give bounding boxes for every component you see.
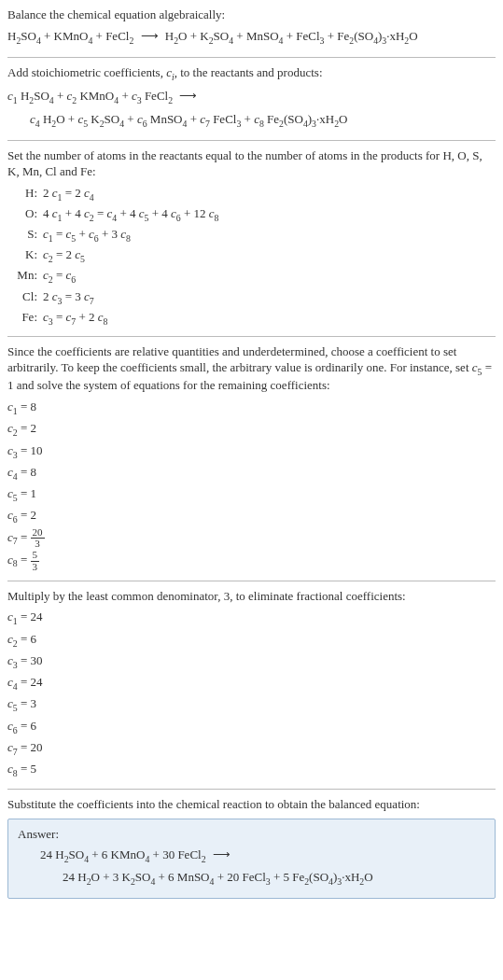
coeff-line: c4 = 8 xyxy=(7,463,496,483)
atom-row: H: 2 c1 = 2 c4 xyxy=(7,184,496,204)
atom-eq: c2 = 2 c5 xyxy=(43,245,496,266)
coeff-equation-line1: c1 H2SO4 + c2 KMnO4 + c3 FeCl2 ⟶ xyxy=(7,87,496,107)
atom-label: K: xyxy=(7,245,43,266)
atom-eq: c3 = c7 + 2 c8 xyxy=(43,308,496,329)
answer-box: Answer: 24 H2SO4 + 6 KMnO4 + 30 FeCl2 ⟶ … xyxy=(7,819,496,899)
balanced-equation-line1: 24 H2SO4 + 6 KMnO4 + 30 FeCl2 ⟶ xyxy=(18,846,485,866)
coeff-equation-line2: c4 H2O + c5 K2SO4 + c6 MnSO4 + c7 FeCl3 … xyxy=(7,110,496,131)
substitute-title: Substitute the coefficients into the che… xyxy=(7,797,496,813)
coeff-line: c1 = 8 xyxy=(7,398,496,418)
section-add-coefficients: Add stoichiometric coefficients, ci, to … xyxy=(7,65,496,141)
atom-row: K: c2 = 2 c5 xyxy=(7,245,496,266)
coeff-line: c3 = 30 xyxy=(7,651,496,672)
section-atom-equations: Set the number of atoms in the reactants… xyxy=(7,148,496,337)
atom-eq: 2 c3 = 3 c7 xyxy=(43,287,496,308)
section-multiply-lcd: Multiply by the least common denominator… xyxy=(7,589,496,791)
solve-title: Since the coefficients are relative quan… xyxy=(7,344,496,394)
coeff-line: c2 = 2 xyxy=(7,419,496,440)
coeff-line: c6 = 6 xyxy=(7,717,496,737)
coeff-line: c8 = 5 xyxy=(7,760,496,780)
atom-row: Cl: 2 c3 = 3 c7 xyxy=(7,287,496,308)
section-solve-arbitrary: Since the coefficients are relative quan… xyxy=(7,344,496,581)
coeff-line: c7 = 20 xyxy=(7,738,496,759)
answer-label: Answer: xyxy=(18,827,485,842)
coeff-line: c5 = 3 xyxy=(7,694,496,715)
coeff-line: c6 = 2 xyxy=(7,506,496,526)
atom-label: S: xyxy=(7,225,43,245)
coeff-line: c3 = 10 xyxy=(7,441,496,462)
atom-label: H: xyxy=(7,184,43,204)
atom-label: O: xyxy=(7,204,43,225)
atom-row: Mn: c2 = c6 xyxy=(7,266,496,287)
intro-title: Balance the chemical equation algebraica… xyxy=(7,7,496,23)
atom-row: Fe: c3 = c7 + 2 c8 xyxy=(7,308,496,329)
coeff-line: c4 = 24 xyxy=(7,673,496,693)
coeff-line: c1 = 24 xyxy=(7,608,496,628)
coeff-line: c2 = 6 xyxy=(7,630,496,651)
balanced-equation-line2: 24 H2O + 3 K2SO4 + 6 MnSO4 + 20 FeCl3 + … xyxy=(18,868,485,889)
coeff-line: c7 = 203 xyxy=(7,527,496,549)
coeff-title: Add stoichiometric coefficients, ci, to … xyxy=(7,65,496,83)
section-balance-intro: Balance the chemical equation algebraica… xyxy=(7,7,496,58)
atom-table: H: 2 c1 = 2 c4 O: 4 c1 + 4 c2 = c4 + 4 c… xyxy=(7,184,496,329)
atom-eq: 4 c1 + 4 c2 = c4 + 4 c5 + 4 c6 + 12 c8 xyxy=(43,204,496,225)
atom-eq: c2 = c6 xyxy=(43,266,496,287)
atom-eq: 2 c1 = 2 c4 xyxy=(43,184,496,204)
section-substitute: Substitute the coefficients into the che… xyxy=(7,797,496,899)
atom-label: Cl: xyxy=(7,287,43,308)
coeff-line: c8 = 53 xyxy=(7,550,496,571)
atom-label: Mn: xyxy=(7,266,43,287)
atom-label: Fe: xyxy=(7,308,43,329)
atom-row: O: 4 c1 + 4 c2 = c4 + 4 c5 + 4 c6 + 12 c… xyxy=(7,204,496,225)
atom-row: S: c1 = c5 + c6 + 3 c8 xyxy=(7,225,496,245)
coeff-line: c5 = 1 xyxy=(7,484,496,505)
unbalanced-equation: H2SO4 + KMnO4 + FeCl2 ⟶ H2O + K2SO4 + Mn… xyxy=(7,27,496,48)
atom-title: Set the number of atoms in the reactants… xyxy=(7,148,496,180)
lcd-title: Multiply by the least common denominator… xyxy=(7,589,496,605)
atom-eq: c1 = c5 + c6 + 3 c8 xyxy=(43,225,496,245)
